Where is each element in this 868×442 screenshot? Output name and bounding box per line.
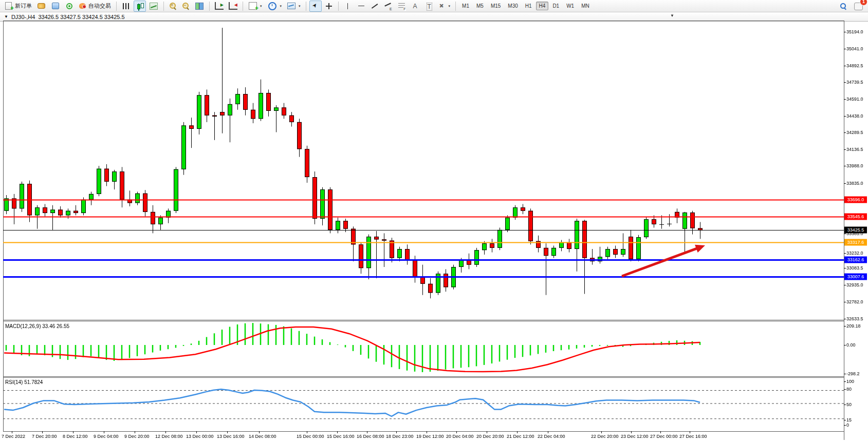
time-axis-label: 16 Dec 08:00 <box>357 434 384 439</box>
rsi-tick-label: 0 <box>846 422 849 428</box>
time-axis-label: 20 Dec 04:00 <box>446 434 474 439</box>
time-axis-label: 23 Dec 12:00 <box>621 434 649 439</box>
mt4-window: 新订单自动交易+−▾▾▾▾M1M5M15M30H1H4D1W1MN1 ▼ DJ3… <box>0 0 868 442</box>
price-tick-label: 34289.5 <box>846 130 863 135</box>
time-axis-label: 13 Dec 00:00 <box>186 434 214 439</box>
chart-canvas[interactable] <box>0 0 868 442</box>
time-axis-label: 13 Dec 16:00 <box>217 434 245 439</box>
time-axis-label: 14 Dec 08:00 <box>249 434 276 439</box>
price-level-badge: 33317.6 <box>844 239 867 246</box>
time-axis-label: 9 Dec 04:00 <box>94 434 119 439</box>
macd-tick-label: 0.00 <box>846 342 856 348</box>
time-axis-label: 8 Dec 12:00 <box>63 434 88 439</box>
price-tick-label: 32782.0 <box>846 299 863 304</box>
rsi-tick-label: 80 <box>846 387 852 392</box>
price-tick-label: 33988.0 <box>846 163 863 168</box>
price-tick-label: 32935.0 <box>846 282 863 287</box>
time-axis-label: 9 Dec 20:00 <box>124 434 150 439</box>
rsi-tick-label: 100 <box>846 379 854 384</box>
price-tick-label: 34591.0 <box>846 97 863 102</box>
rsi-tick-label: 50 <box>846 402 852 407</box>
price-tick-label: 33232.0 <box>846 251 863 256</box>
rsi-tick-label: 15 <box>846 417 852 422</box>
time-axis-label: 7 Dec 20:00 <box>32 434 57 439</box>
time-axis-label: 18 Dec 23:00 <box>386 434 414 439</box>
rsi-indicator-label: RSI(14) 51.7824 <box>5 379 43 385</box>
time-axis-label: 15 Dec 16:00 <box>327 434 355 439</box>
time-axis-label: 22 Dec 20:00 <box>591 434 619 439</box>
time-axis-label: 21 Dec 12:00 <box>507 434 534 439</box>
price-tick-label: 35194.0 <box>846 29 863 34</box>
price-tick-label: 35041.0 <box>846 46 863 51</box>
price-level-badge: 33425.5 <box>844 227 867 234</box>
price-level-badge: 33007.6 <box>844 274 867 280</box>
macd-tick-label: 209.18 <box>846 323 861 329</box>
time-axis-label: 12 Dec 08:00 <box>155 434 183 439</box>
price-level-badge: 33162.6 <box>844 257 867 263</box>
macd-indicator-label: MACD(12,26,9) 33.46 26.55 <box>5 323 69 329</box>
time-axis-label: 27 Dec 00:00 <box>650 434 678 439</box>
chart-shift-marker[interactable]: ▼ <box>670 13 674 18</box>
time-axis-label: 15 Dec 00:00 <box>297 434 324 439</box>
price-tick-label: 32633.5 <box>846 316 863 321</box>
time-axis-label: 20 Dec 20:00 <box>476 434 504 439</box>
price-tick-label: 34136.5 <box>846 147 863 152</box>
price-level-badge: 33696.0 <box>844 197 867 203</box>
time-axis-label: 27 Dec 16:00 <box>679 434 707 439</box>
macd-tick-label: -298.2 <box>846 371 860 376</box>
price-tick-label: 34892.5 <box>846 63 863 68</box>
price-tick-label: 33835.0 <box>846 181 863 186</box>
time-axis-label: 7 Dec 2022 <box>2 434 25 439</box>
price-tick-label: 34438.0 <box>846 113 863 119</box>
price-tick-label: 33083.5 <box>846 265 863 271</box>
time-axis-label: 19 Dec 12:00 <box>416 434 444 439</box>
price-level-badge: 33545.6 <box>844 214 867 220</box>
price-tick-label: 34739.5 <box>846 80 863 85</box>
time-axis-label: 22 Dec 04:00 <box>538 434 565 439</box>
